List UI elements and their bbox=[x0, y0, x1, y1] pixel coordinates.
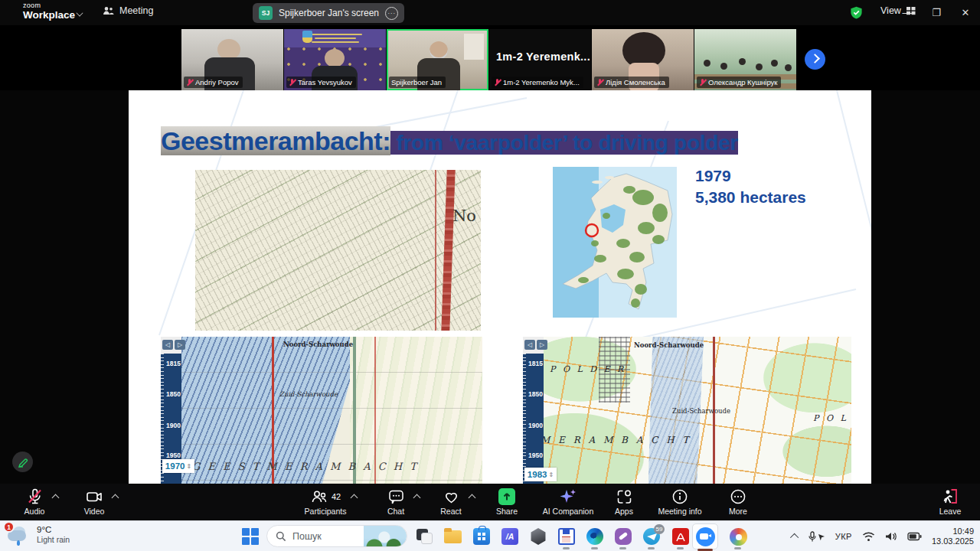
video-tile-andriy-popov[interactable]: Andriy Popov bbox=[181, 29, 283, 90]
map-label-noord-scharwoude: Noord-Scharwoude bbox=[634, 341, 704, 349]
timeline-prev-button[interactable]: ◁ bbox=[162, 340, 173, 350]
search-box[interactable]: Пошук bbox=[266, 525, 407, 547]
search-icon bbox=[276, 531, 286, 542]
edge-browser-icon[interactable] bbox=[586, 527, 604, 546]
year-spinner-icon[interactable]: ⇕ bbox=[186, 463, 191, 470]
video-tile-spijkerboer-jan[interactable]: Spijkerboer Jan bbox=[387, 29, 488, 90]
floppy-app-icon[interactable] bbox=[557, 527, 576, 546]
ai-sparkle-icon bbox=[559, 487, 577, 505]
participant-name: Лідія Смоленська bbox=[606, 78, 665, 86]
muted-mic-icon bbox=[699, 79, 706, 86]
next-participants-button[interactable] bbox=[805, 49, 825, 70]
telegram-icon[interactable]: 59 bbox=[642, 527, 661, 546]
microsoft-store-icon[interactable] bbox=[472, 527, 491, 546]
timeline-year: 1850 bbox=[166, 390, 181, 398]
security-shield-icon[interactable] bbox=[850, 6, 863, 19]
map-viewer-1983: Noord-Scharwoude P O L D E R Zuid-Scharw… bbox=[523, 337, 851, 484]
chevron-down-icon[interactable] bbox=[76, 9, 83, 16]
participants-button[interactable]: 42 Participants bbox=[295, 487, 356, 516]
timeline-prev-button[interactable]: ◁ bbox=[524, 340, 535, 350]
year-spinner-icon[interactable]: ⇕ bbox=[548, 471, 554, 478]
slide-title: Geestmerambacht: from ‘vaarpolder’ to dr… bbox=[161, 126, 738, 156]
speaker-icon[interactable] bbox=[885, 531, 897, 542]
app-slash-a-icon[interactable]: /A bbox=[501, 527, 519, 546]
current-year-input[interactable]: 1970 ⇕ bbox=[162, 459, 194, 473]
video-tile-yeremenko[interactable]: 1m-2 Yeremenk... 1m-2 Yeremenko Myk... bbox=[489, 29, 591, 90]
map-viewer-1970: Noord-Scharwoude Zuid-Scharwoude G E E S… bbox=[161, 337, 482, 484]
participants-label: Participants bbox=[305, 507, 347, 516]
acrobat-icon[interactable] bbox=[671, 527, 690, 546]
brand-workplace: Workplace bbox=[23, 10, 75, 21]
participants-count: 42 bbox=[332, 492, 341, 501]
maximize-button[interactable]: ❐ bbox=[923, 0, 949, 25]
video-options-chevron[interactable] bbox=[112, 494, 119, 502]
participants-options-chevron[interactable] bbox=[351, 494, 358, 502]
tab-meeting[interactable]: Meeting bbox=[103, 5, 153, 16]
react-button[interactable]: React bbox=[422, 487, 480, 516]
map-label-no: No bbox=[452, 207, 476, 225]
timeline-slider[interactable]: 1815 1850 1900 1950 bbox=[523, 354, 544, 484]
people-icon bbox=[103, 6, 114, 16]
file-explorer-icon[interactable] bbox=[444, 527, 462, 546]
timeline-next-button[interactable]: ▷ bbox=[537, 340, 547, 350]
weather-condition: Light rain bbox=[37, 535, 70, 545]
map-label-zuid-scharwoude: Zuid-Scharwoude bbox=[279, 390, 338, 398]
chat-label: Chat bbox=[387, 507, 404, 516]
screen-share-region: Geestmerambacht: from ‘vaarpolder’ to dr… bbox=[0, 90, 980, 484]
weather-temp: 9°C bbox=[37, 525, 70, 535]
video-tile-oleksandr-kushniruk[interactable]: Олександр Кушнірук bbox=[694, 29, 796, 90]
info-icon bbox=[671, 488, 688, 505]
timeline-next-button[interactable]: ▷ bbox=[175, 340, 185, 350]
pill-options-icon[interactable]: ··· bbox=[385, 7, 398, 20]
video-tile-lidiya-smolenska[interactable]: Лідія Смоленська bbox=[592, 29, 694, 90]
ai-companion-button[interactable]: AI Companion bbox=[536, 487, 600, 516]
chat-options-chevron[interactable] bbox=[413, 494, 421, 502]
netherlands-locator-map bbox=[553, 167, 677, 318]
start-button[interactable] bbox=[242, 528, 259, 545]
meeting-info-button[interactable]: Meeting info bbox=[648, 487, 711, 516]
mic-in-use-icon[interactable] bbox=[808, 531, 825, 543]
mic-muted-icon bbox=[26, 487, 44, 505]
map-1983-content[interactable]: Noord-Scharwoude P O L D E R Zuid-Scharw… bbox=[544, 337, 851, 484]
muted-mic-icon bbox=[596, 79, 603, 86]
map-label-geestmerambacht: G E E S T M E R A M B A C H T bbox=[192, 461, 419, 472]
wifi-icon[interactable] bbox=[862, 531, 875, 542]
chat-button[interactable]: Chat bbox=[367, 487, 425, 516]
leave-icon bbox=[941, 487, 959, 505]
video-tile-taras-yevsyukov[interactable]: Taras Yevsyukov bbox=[284, 29, 386, 90]
map-1970-content[interactable]: Noord-Scharwoude Zuid-Scharwoude G E E S… bbox=[181, 337, 482, 484]
taskbar-clock[interactable]: 10:49 13.03.2025 bbox=[932, 527, 974, 547]
zoom-app-icon-active[interactable] bbox=[692, 523, 718, 549]
tray-expand-chevron[interactable] bbox=[790, 533, 799, 542]
timeline-year: 1815 bbox=[166, 360, 181, 367]
avatar: SJ bbox=[259, 6, 273, 20]
annotate-button[interactable] bbox=[12, 452, 33, 472]
participant-display-name: 1m-2 Yeremenk... bbox=[496, 51, 590, 63]
audio-options-chevron[interactable] bbox=[52, 494, 60, 502]
task-view-button[interactable] bbox=[416, 527, 434, 546]
meeting-tab-label: Meeting bbox=[119, 5, 153, 16]
current-year-input[interactable]: 1983 ⇕ bbox=[524, 468, 557, 481]
leave-button[interactable]: Leave bbox=[921, 487, 979, 516]
year-area-text: 1979 5,380 hectares bbox=[695, 165, 806, 208]
share-screen-icon bbox=[498, 488, 515, 505]
more-button[interactable]: More bbox=[709, 487, 767, 516]
camera-icon bbox=[85, 488, 103, 505]
react-options-chevron[interactable] bbox=[469, 494, 476, 502]
weather-widget[interactable]: 1 9°C Light rain bbox=[6, 524, 70, 546]
paint-palette-icon[interactable] bbox=[729, 527, 747, 546]
historical-topographic-map: No bbox=[195, 170, 481, 331]
language-indicator[interactable]: УКР bbox=[835, 532, 852, 541]
close-button[interactable]: ✕ bbox=[952, 0, 978, 25]
viber-icon[interactable] bbox=[614, 527, 632, 546]
video-button[interactable]: Video bbox=[65, 487, 123, 516]
search-placeholder: Пошук bbox=[292, 531, 358, 542]
search-highlight-image[interactable] bbox=[364, 525, 407, 547]
battery-icon[interactable] bbox=[907, 532, 922, 541]
shared-screen-pill[interactable]: SJ Spijkerboer Jan's screen ··· bbox=[253, 3, 404, 23]
apps-button[interactable]: Apps bbox=[595, 487, 653, 516]
polygon-app-icon[interactable] bbox=[529, 527, 547, 546]
audio-button[interactable]: Audio bbox=[5, 487, 64, 516]
share-button[interactable]: Share bbox=[478, 487, 536, 516]
minimize-button[interactable]: — bbox=[894, 0, 920, 25]
